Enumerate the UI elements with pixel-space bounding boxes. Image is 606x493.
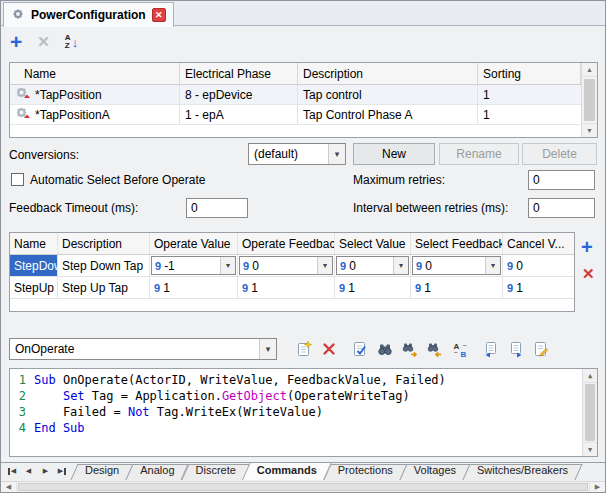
chevron-down-icon[interactable]: ▾ — [259, 339, 276, 359]
column-header-description[interactable]: Description — [58, 233, 150, 254]
next-tab-icon[interactable]: ▶ — [38, 464, 53, 478]
numeric-type-icon: 9 — [507, 282, 513, 294]
tab-design[interactable]: Design — [71, 462, 133, 480]
delete-conversion-button[interactable]: Delete — [522, 143, 597, 165]
sort-az-icon[interactable]: A Z ↓ — [65, 34, 78, 50]
select-value-combo[interactable]: 9 0 ▾ — [336, 256, 409, 275]
check-script-icon[interactable] — [351, 340, 369, 358]
commands-table-row[interactable]: StepDown Step Down Tap 9 -1 ▾ 9 0 ▾ 9 — [10, 255, 574, 277]
operate-feedback-cell[interactable]: 9 0 ▾ — [238, 255, 335, 276]
script-editor[interactable]: 1Sub OnOperate(ActorID, WriteValue, Feed… — [9, 368, 598, 457]
script-handler-dropdown[interactable]: OnOperate ▾ — [9, 338, 277, 360]
chevron-down-icon[interactable]: ▾ — [485, 257, 500, 274]
previous-tab-icon[interactable]: ◀ — [21, 464, 36, 478]
rename-conversion-button[interactable]: Rename — [439, 143, 519, 165]
tab-protections[interactable]: Protections — [324, 462, 407, 480]
scroll-down-icon[interactable]: ▼ — [582, 123, 597, 137]
close-tab-icon[interactable]: ✕ — [152, 8, 166, 22]
select-feedback-cell[interactable]: 9 1 — [411, 277, 503, 298]
add-command-row-icon[interactable]: + — [581, 238, 593, 256]
delete-point-icon[interactable]: ✕ — [37, 33, 50, 51]
column-header-sorting[interactable]: Sorting — [478, 63, 581, 84]
find-next-icon[interactable] — [401, 340, 419, 358]
points-table-row[interactable]: *TapPositionA 1 - epA Tap Control Phase … — [10, 105, 581, 125]
conversions-dropdown[interactable]: (default) ▾ — [248, 143, 346, 165]
column-header-name[interactable]: Name — [10, 233, 58, 254]
tab-switches-breakers[interactable]: Switches/Breakers — [463, 462, 582, 480]
tag-icon — [15, 106, 31, 123]
chevron-down-icon[interactable]: ▾ — [220, 257, 235, 274]
column-header-description[interactable]: Description — [298, 63, 478, 84]
scroll-up-icon[interactable]: ▲ — [582, 63, 597, 77]
new-conversion-button[interactable]: New — [353, 143, 435, 165]
svg-text:B: B — [461, 350, 467, 359]
tab-voltages[interactable]: Voltages — [400, 462, 470, 480]
script-editor-text[interactable]: 1Sub OnOperate(ActorID, WriteValue, Feed… — [10, 372, 582, 456]
points-table-row[interactable]: *TapPosition 8 - epDevice Tap control 1 — [10, 85, 581, 105]
scroll-up-icon[interactable]: ▲ — [583, 369, 597, 383]
delete-script-icon[interactable] — [320, 340, 338, 358]
commands-table-row[interactable]: StepUp Step Up Tap 9 1 9 1 9 1 9 1 9 1 — [10, 277, 574, 299]
select-feedback-combo[interactable]: 9 0 ▾ — [412, 256, 501, 275]
edit-script-icon[interactable] — [532, 340, 550, 358]
cancel-value-cell[interactable]: 9 1 — [503, 277, 574, 298]
numeric-type-icon: 9 — [340, 260, 346, 272]
point-description: Tap control — [298, 85, 478, 104]
point-sorting: 1 — [478, 105, 581, 124]
tab-commands[interactable]: Commands — [243, 462, 331, 480]
column-header-select-value[interactable]: Select Value — [335, 233, 411, 254]
column-header-electrical-phase[interactable]: Electrical Phase — [180, 63, 298, 84]
find-icon[interactable] — [376, 340, 394, 358]
scrollbar-thumb[interactable] — [585, 384, 595, 441]
chevron-down-icon[interactable]: ▾ — [317, 257, 332, 274]
command-name-cell-selected[interactable]: StepDown — [10, 255, 58, 276]
previous-script-icon[interactable] — [482, 340, 500, 358]
next-script-icon[interactable] — [507, 340, 525, 358]
chevron-down-icon[interactable]: ▾ — [328, 144, 345, 164]
select-value-cell[interactable]: 9 0 ▾ — [335, 255, 411, 276]
document-tab-title: PowerConfiguration — [31, 8, 146, 22]
column-header-select-feedback[interactable]: Select Feedback — [411, 233, 503, 254]
command-name-cell[interactable]: StepUp — [10, 277, 58, 298]
retry-interval-input[interactable] — [528, 198, 595, 218]
select-value-cell[interactable]: 9 1 — [335, 277, 411, 298]
new-script-icon[interactable] — [295, 340, 313, 358]
column-header-operate-value[interactable]: Operate Value — [150, 233, 238, 254]
horizontal-scrollbar[interactable]: ◀ ▶ — [1, 481, 605, 492]
numeric-type-icon: 9 — [155, 260, 161, 272]
add-point-icon[interactable]: + — [10, 33, 22, 51]
script-editor-scrollbar[interactable]: ▲ ▼ — [582, 369, 597, 456]
operate-value-cell[interactable]: 9 -1 ▾ — [150, 255, 238, 276]
scrollbar-thumb[interactable] — [18, 483, 588, 491]
document-tab-powerconfiguration[interactable]: PowerConfiguration ✕ — [3, 2, 174, 27]
scroll-right-icon[interactable]: ▶ — [589, 482, 605, 492]
tab-analog[interactable]: Analog — [126, 462, 188, 480]
column-header-operate-feedback[interactable]: Operate Feedback — [238, 233, 335, 254]
find-previous-icon[interactable] — [426, 340, 444, 358]
automatic-select-checkbox[interactable] — [11, 173, 24, 186]
points-table-scrollbar[interactable]: ▲ ▼ — [581, 63, 597, 137]
scroll-left-icon[interactable]: ◀ — [1, 482, 17, 492]
command-description-cell[interactable]: Step Up Tap — [58, 277, 150, 298]
scroll-down-icon[interactable]: ▼ — [583, 442, 597, 456]
operate-feedback-cell[interactable]: 9 1 — [238, 277, 335, 298]
last-tab-icon[interactable]: ▶ — [55, 464, 70, 478]
first-tab-icon[interactable]: ◀ — [4, 464, 19, 478]
tab-discrete[interactable]: Discrete — [182, 462, 250, 480]
command-description-cell[interactable]: Step Down Tap — [58, 255, 150, 276]
select-feedback-cell[interactable]: 9 0 ▾ — [411, 255, 503, 276]
numeric-type-icon: 9 — [243, 260, 249, 272]
line-number: 1 — [10, 372, 34, 388]
operate-feedback-combo[interactable]: 9 0 ▾ — [239, 256, 333, 275]
operate-value-combo[interactable]: 9 -1 ▾ — [151, 256, 236, 275]
scrollbar-thumb[interactable] — [584, 79, 595, 121]
maximum-retries-input[interactable] — [528, 170, 595, 190]
column-header-cancel-value[interactable]: Cancel V... — [503, 233, 574, 254]
feedback-timeout-input[interactable] — [186, 198, 248, 218]
chevron-down-icon[interactable]: ▾ — [393, 257, 408, 274]
column-header-name[interactable]: Name — [10, 63, 180, 84]
delete-command-row-icon[interactable]: ✕ — [582, 265, 595, 283]
operate-value-cell[interactable]: 9 1 — [150, 277, 238, 298]
cancel-value-cell[interactable]: 9 0 — [503, 255, 574, 276]
replace-icon[interactable]: AB — [451, 340, 469, 358]
